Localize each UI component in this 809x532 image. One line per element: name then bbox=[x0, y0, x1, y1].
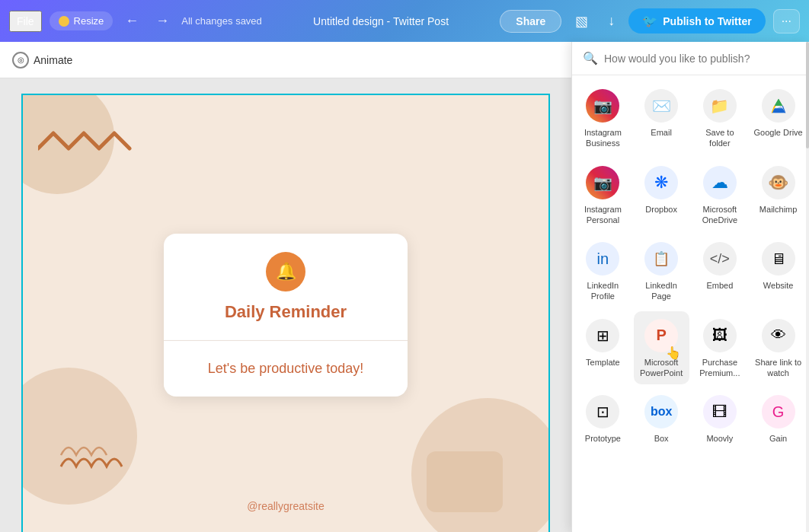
publish-dropbox[interactable]: ❋ Dropbox bbox=[634, 158, 689, 232]
gain-label: Gain bbox=[769, 433, 787, 444]
save-to-folder-label: Save to folder bbox=[695, 127, 745, 149]
share-link-label: Share link to watch bbox=[753, 357, 803, 379]
publish-template[interactable]: ⊞ Template bbox=[575, 311, 631, 385]
saved-status: All changes saved bbox=[181, 15, 262, 27]
twitter-icon: 🐦 bbox=[642, 14, 657, 28]
share-link-icon: 👁 bbox=[762, 319, 795, 352]
publish-to-twitter-button[interactable]: 🐦 Publish to Twitter bbox=[628, 8, 765, 33]
prototype-label: Prototype bbox=[585, 433, 621, 444]
canvas-area: 🔔 Daily Reminder Let's be productive tod… bbox=[0, 78, 571, 532]
card-text: Let's be productive today! bbox=[182, 359, 389, 378]
powerpoint-icon: P bbox=[644, 319, 678, 352]
publish-instagram-business[interactable]: 📷 Instagram Business bbox=[575, 81, 631, 155]
publish-search-input[interactable] bbox=[604, 53, 798, 65]
publish-email[interactable]: ✉️ Email bbox=[634, 81, 689, 155]
publish-purchase-premium[interactable]: 🖼 Purchase Premium... bbox=[692, 311, 748, 385]
canvas-frame[interactable]: 🔔 Daily Reminder Let's be productive tod… bbox=[21, 94, 550, 532]
onedrive-icon: ☁ bbox=[703, 166, 737, 199]
publish-share-link[interactable]: 👁 Share link to watch bbox=[750, 311, 806, 385]
resize-button[interactable]: Resize bbox=[50, 11, 114, 30]
more-options-button[interactable]: ··· bbox=[773, 9, 800, 33]
analytics-button[interactable]: ▧ bbox=[569, 10, 594, 33]
share-button[interactable]: Share bbox=[500, 10, 561, 33]
deco-bumps-icon bbox=[53, 428, 145, 474]
prototype-icon: ⊡ bbox=[586, 395, 619, 428]
redo-button[interactable]: → bbox=[151, 10, 174, 32]
purchase-premium-label: Purchase Premium... bbox=[695, 357, 745, 379]
box-label: Box bbox=[654, 433, 669, 444]
powerpoint-icon-wrap: P 👆 bbox=[644, 319, 678, 357]
folder-icon: 📁 bbox=[703, 89, 737, 123]
publish-linkedin-page[interactable]: 📋 LinkedIn Page bbox=[634, 234, 689, 308]
website-label: Website bbox=[763, 280, 794, 291]
publish-instagram-personal[interactable]: 📷 Instagram Personal bbox=[575, 158, 631, 232]
dropbox-label: Dropbox bbox=[645, 204, 677, 215]
card-handle: @reallygreatsite bbox=[247, 500, 324, 512]
file-menu[interactable]: File bbox=[9, 11, 42, 32]
linkedin-page-icon: 📋 bbox=[644, 242, 678, 276]
animate-icon: ◎ bbox=[12, 52, 29, 68]
mailchimp-icon: 🐵 bbox=[762, 166, 795, 199]
onedrive-label: Microsoft OneDrive bbox=[695, 204, 745, 226]
moovly-label: Moovly bbox=[706, 433, 733, 444]
publish-save-to-folder[interactable]: 📁 Save to folder bbox=[692, 81, 748, 155]
mailchimp-label: Mailchimp bbox=[759, 204, 798, 215]
publish-linkedin-profile[interactable]: in LinkedIn Profile bbox=[575, 234, 631, 308]
publish-dropdown-panel: 🔍 📷 Instagram Business ✉️ Email 📁 Save t… bbox=[571, 42, 809, 532]
topbar: File Resize ← → All changes saved Untitl… bbox=[0, 0, 809, 42]
search-bar: 🔍 bbox=[572, 42, 809, 75]
animate-button[interactable]: ◎ Animate bbox=[12, 52, 72, 68]
publish-box[interactable]: box Box bbox=[634, 387, 689, 450]
instagram-business-label: Instagram Business bbox=[578, 127, 628, 149]
card-bottom: Let's be productive today! bbox=[164, 341, 408, 397]
deco-wave-icon bbox=[38, 126, 137, 164]
bell-icon: 🔔 bbox=[266, 252, 305, 291]
publish-moovly[interactable]: 🎞 Moovly bbox=[692, 387, 748, 450]
instagram-personal-icon: 📷 bbox=[586, 166, 619, 199]
resize-dot-icon bbox=[59, 16, 69, 27]
search-icon: 🔍 bbox=[583, 51, 598, 65]
publish-website[interactable]: 🖥 Website bbox=[750, 234, 806, 308]
card-title: Daily Reminder bbox=[182, 302, 389, 322]
box-icon: box bbox=[644, 395, 678, 428]
gain-icon: G bbox=[762, 395, 795, 428]
email-icon: ✉️ bbox=[644, 89, 678, 123]
card-top: 🔔 Daily Reminder bbox=[164, 234, 408, 341]
google-drive-label: Google Drive bbox=[754, 127, 803, 138]
animate-label: Animate bbox=[34, 54, 72, 66]
publish-prototype[interactable]: ⊡ Prototype bbox=[575, 387, 631, 450]
publish-google-drive[interactable]: Google Drive bbox=[750, 81, 806, 155]
publish-embed[interactable]: </> Embed bbox=[692, 234, 748, 308]
instagram-personal-label: Instagram Personal bbox=[578, 204, 628, 226]
publish-powerpoint[interactable]: P 👆 Microsoft PowerPoint bbox=[634, 311, 689, 385]
download-button[interactable]: ↓ bbox=[602, 10, 621, 32]
email-label: Email bbox=[651, 127, 672, 138]
publish-button-label: Publish to Twitter bbox=[663, 15, 751, 27]
powerpoint-label: Microsoft PowerPoint bbox=[637, 357, 686, 379]
publish-grid: 📷 Instagram Business ✉️ Email 📁 Save to … bbox=[572, 75, 809, 457]
deco-speech-bubble bbox=[427, 451, 503, 512]
linkedin-page-label: LinkedIn Page bbox=[637, 280, 686, 302]
linkedin-profile-icon: in bbox=[586, 242, 619, 276]
undo-button[interactable]: ← bbox=[120, 10, 143, 32]
publish-onedrive[interactable]: ☁ Microsoft OneDrive bbox=[692, 158, 748, 232]
publish-mailchimp[interactable]: 🐵 Mailchimp bbox=[750, 158, 806, 232]
embed-label: Embed bbox=[706, 280, 733, 291]
document-title: Untitled design - Twitter Post bbox=[270, 15, 493, 27]
website-icon: 🖥 bbox=[762, 242, 795, 276]
dropbox-icon: ❋ bbox=[644, 166, 678, 199]
embed-icon: </> bbox=[703, 242, 737, 276]
google-drive-icon bbox=[762, 89, 795, 123]
scrollbar-track bbox=[806, 42, 809, 532]
publish-gain[interactable]: G Gain bbox=[750, 387, 806, 450]
instagram-business-icon: 📷 bbox=[586, 89, 619, 123]
reminder-card: 🔔 Daily Reminder Let's be productive tod… bbox=[164, 234, 408, 397]
resize-label: Resize bbox=[74, 15, 104, 27]
linkedin-profile-label: LinkedIn Profile bbox=[578, 280, 628, 302]
template-label: Template bbox=[586, 357, 620, 368]
moovly-icon: 🎞 bbox=[703, 395, 737, 428]
scrollbar-thumb[interactable] bbox=[806, 42, 809, 148]
purchase-premium-icon: 🖼 bbox=[703, 319, 737, 352]
template-icon: ⊞ bbox=[586, 319, 619, 352]
